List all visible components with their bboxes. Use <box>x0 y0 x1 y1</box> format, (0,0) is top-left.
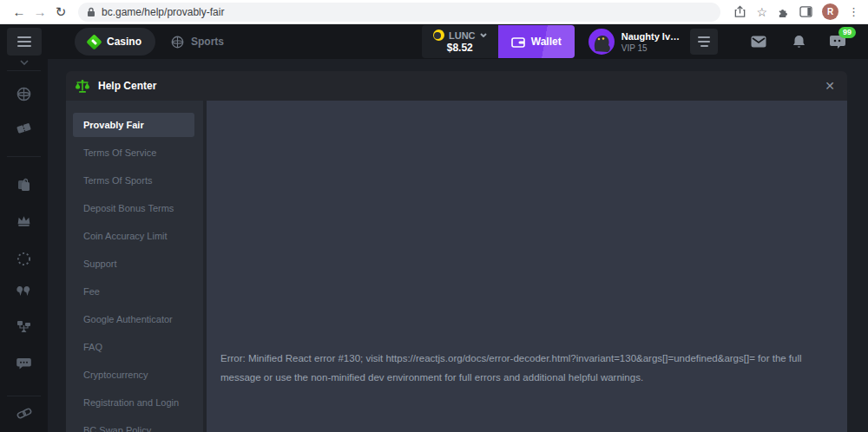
help-item-registration-and-login[interactable]: Registration and Login <box>73 390 194 415</box>
crown-icon <box>16 214 31 226</box>
react-error-message: Error: Minified React error #130; visit … <box>220 349 816 387</box>
ticket-icon <box>16 121 32 134</box>
help-item-fee[interactable]: Fee <box>73 279 194 304</box>
wallet-label: Wallet <box>531 36 562 48</box>
help-sidebar: Provably Fair Terms Of Service Terms Of … <box>66 101 203 432</box>
inbox-button[interactable] <box>751 36 766 48</box>
help-item-support[interactable]: Support <box>73 252 194 276</box>
top-navbar: Casino Sports LUNC $8.52 Wallet <box>0 24 868 59</box>
bell-icon <box>792 35 806 49</box>
currency-code: LUNC <box>449 30 476 41</box>
help-center-header: Help Center ✕ <box>66 71 847 101</box>
list-icon <box>698 36 710 38</box>
browser-toolbar-right: ☆ R ⋮ <box>733 3 859 20</box>
basketball-icon <box>16 87 31 101</box>
browser-reload-icon[interactable]: ↻ <box>50 5 71 18</box>
help-content-panel: Error: Minified React error #130; visit … <box>207 101 847 432</box>
help-item-coin-accuracy-limit[interactable]: Coin Accuracy Limit <box>73 224 194 248</box>
user-profile[interactable]: Naughty Iv… VIP 15 <box>589 29 680 55</box>
extensions-puzzle-icon[interactable] <box>777 5 790 18</box>
sports-label: Sports <box>191 36 224 48</box>
chat-bubble-icon <box>16 357 31 370</box>
user-vip-level: VIP 15 <box>621 43 680 53</box>
chevron-down-icon <box>480 33 487 37</box>
tab-sports[interactable]: Sports <box>171 36 224 49</box>
rail-item-refer[interactable] <box>0 285 48 297</box>
help-item-faq[interactable]: FAQ <box>73 335 194 359</box>
bcgame-app: Casino Sports LUNC $8.52 Wallet <box>0 24 868 432</box>
side-panel-icon[interactable] <box>799 6 812 17</box>
help-item-terms-of-sports[interactable]: Terms Of Sports <box>73 168 194 193</box>
lunc-coin-icon <box>433 29 444 41</box>
rail-item-forum[interactable] <box>0 357 48 370</box>
url-text[interactable]: bc.game/help/provably-fair <box>102 6 224 18</box>
sidebar-toggle-button[interactable] <box>7 28 42 56</box>
browser-back-icon[interactable]: ← <box>9 5 30 18</box>
chat-unread-badge: 99 <box>838 27 856 38</box>
currency-balance: $8.52 <box>447 42 473 54</box>
browser-profile-avatar[interactable]: R <box>822 3 838 20</box>
chain-link-icon <box>16 408 32 419</box>
rail-item-links[interactable] <box>0 408 48 419</box>
user-avatar <box>589 29 615 55</box>
help-item-terms-of-service[interactable]: Terms Of Service <box>73 141 194 165</box>
browser-chrome: ← → ↻ bc.game/help/provably-fair ☆ R ⋮ <box>0 0 868 24</box>
quotes-pair-icon <box>16 285 31 297</box>
address-bar[interactable]: bc.game/help/provably-fair <box>78 3 720 22</box>
sports-ball-icon <box>171 36 184 49</box>
scales-icon <box>75 79 90 94</box>
chevron-down-icon <box>20 60 29 65</box>
wallet-icon <box>511 36 525 48</box>
rail-item-shop[interactable] <box>0 177 48 192</box>
menu-icon <box>17 36 31 38</box>
help-item-provably-fair[interactable]: Provably Fair <box>73 113 194 137</box>
modal-title: Help Center <box>98 80 156 92</box>
browser-menu-kebab-icon[interactable]: ⋮ <box>848 6 859 17</box>
wallet-button[interactable]: Wallet <box>498 25 575 58</box>
help-item-deposit-bonus-terms[interactable]: Deposit Bonus Terms <box>73 196 194 220</box>
rail-item-bets[interactable] <box>0 121 48 134</box>
notifications-button[interactable] <box>792 35 806 49</box>
rail-item-sports[interactable] <box>0 87 48 101</box>
close-icon[interactable]: ✕ <box>825 80 835 92</box>
network-nodes-icon <box>16 320 31 333</box>
rail-collapse-chevron[interactable] <box>0 60 48 65</box>
rail-item-bonus[interactable] <box>0 252 48 266</box>
help-item-google-authenticator[interactable]: Google Authenticator <box>73 307 194 331</box>
casino-label: Casino <box>107 36 141 48</box>
chat-button[interactable]: 99 <box>830 35 845 49</box>
browser-forward-icon[interactable]: → <box>30 5 50 18</box>
help-center-modal: Help Center ✕ Provably Fair Terms Of Ser… <box>66 71 847 432</box>
help-center-body: Provably Fair Terms Of Service Terms Of … <box>66 101 847 432</box>
left-rail <box>0 59 48 432</box>
vip-progress-button[interactable] <box>690 29 718 55</box>
user-name: Naughty Iv… <box>621 31 680 42</box>
help-item-clipped-last[interactable]: BC Swap Policy <box>73 418 194 432</box>
help-item-cryptocurrency[interactable]: Cryptocurrency <box>73 363 194 387</box>
rail-item-vip[interactable] <box>0 214 48 226</box>
dotted-circle-icon <box>16 252 31 266</box>
tab-casino[interactable]: Casino <box>75 28 155 56</box>
currency-selector[interactable]: LUNC $8.52 <box>422 25 498 58</box>
bcgame-logo-icon <box>86 34 102 49</box>
mail-icon <box>751 36 766 48</box>
bookmark-star-icon[interactable]: ☆ <box>756 6 767 18</box>
shopping-bags-icon <box>16 177 31 192</box>
share-icon[interactable] <box>733 5 746 18</box>
lock-icon <box>87 7 95 17</box>
rail-item-affiliate[interactable] <box>0 320 48 333</box>
